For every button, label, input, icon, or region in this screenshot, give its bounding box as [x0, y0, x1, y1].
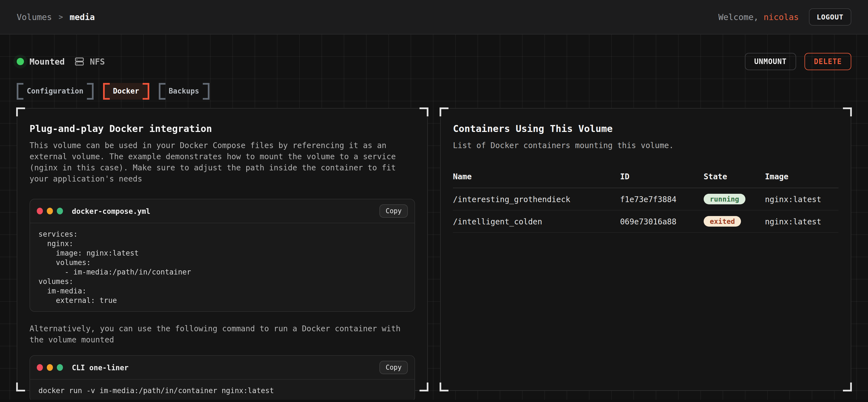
volume-actions: UNMOUNT DELETE: [745, 53, 851, 70]
tab-bar: Configuration Docker Backups: [17, 83, 851, 100]
traffic-lights-icon: [37, 364, 63, 371]
copy-compose-button[interactable]: Copy: [379, 204, 408, 218]
container-name: /interesting_grothendieck: [453, 195, 620, 203]
compose-code: services: nginx: image: nginx:latest vol…: [30, 223, 414, 311]
tab-backups[interactable]: Backups: [158, 83, 209, 100]
welcome-prefix: Welcome,: [718, 12, 759, 22]
breadcrumb-current: media: [70, 12, 95, 22]
container-id: f1e73e7f3884: [620, 195, 704, 203]
app-root: Volumes > media Welcome, nicolas LOGOUT …: [0, 0, 868, 402]
tab-configuration[interactable]: Configuration: [17, 83, 94, 100]
cli-code-block: CLI one-liner Copy docker run -v im-medi…: [30, 355, 415, 402]
main-area: Mounted NFS UNMOUNT DELETE Configuration: [0, 35, 868, 402]
server-icon: [75, 57, 84, 66]
breadcrumb-volumes-link[interactable]: Volumes: [17, 12, 52, 22]
compose-code-block: docker-compose.yml Copy services: nginx:…: [30, 199, 415, 312]
table-row: /interesting_grothendieck f1e73e7f3884 r…: [453, 188, 838, 210]
logout-button[interactable]: LOGOUT: [809, 8, 851, 26]
container-image: nginx:latest: [765, 217, 838, 226]
top-bar: Volumes > media Welcome, nicolas LOGOUT: [0, 0, 868, 35]
table-row: /intelligent_colden 069e73016a88 exited …: [453, 210, 838, 233]
breadcrumb-separator-icon: >: [59, 13, 63, 21]
traffic-green-icon: [57, 364, 63, 371]
mounted-status-label: Mounted: [30, 57, 65, 67]
traffic-yellow-icon: [47, 208, 53, 214]
containers-panel-description: List of Docker containers mounting this …: [453, 140, 838, 151]
breadcrumb: Volumes > media: [17, 12, 95, 22]
panel-corner-bracket: [16, 107, 25, 116]
mounted-status-dot-icon: [17, 58, 24, 65]
panel-corner-bracket: [440, 107, 448, 116]
panel-corner-bracket: [440, 382, 448, 392]
status-badge: running: [704, 194, 745, 204]
containers-panel-title: Containers Using This Volume: [453, 123, 838, 134]
panel-corner-bracket: [420, 107, 428, 116]
container-image: nginx:latest: [765, 195, 838, 203]
panel-corner-bracket: [16, 382, 25, 392]
table-body: /interesting_grothendieck f1e73e7f3884 r…: [453, 188, 838, 233]
panel-corner-bracket: [843, 382, 852, 392]
panel-corner-bracket: [420, 382, 428, 392]
container-state-cell: exited: [704, 216, 765, 227]
panel-corner-bracket: [843, 107, 852, 116]
traffic-yellow-icon: [47, 364, 53, 371]
traffic-green-icon: [57, 208, 63, 214]
column-header-id: ID: [620, 172, 704, 181]
container-id: 069e73016a88: [620, 217, 704, 226]
traffic-red-icon: [37, 364, 43, 371]
welcome-text: Welcome, nicolas: [718, 12, 799, 22]
toolbar-row: Mounted NFS UNMOUNT DELETE: [17, 35, 851, 70]
docker-integration-panel: Plug-and-play Docker integration This vo…: [17, 108, 428, 391]
column-header-state: State: [704, 172, 765, 181]
containers-panel: Containers Using This Volume List of Doc…: [440, 108, 851, 391]
top-bar-right: Welcome, nicolas LOGOUT: [718, 8, 851, 26]
cli-code-header: CLI one-liner Copy: [30, 356, 414, 380]
table-header-row: Name ID State Image: [453, 169, 838, 188]
compose-filename: docker-compose.yml: [72, 207, 150, 215]
username: nicolas: [764, 12, 799, 22]
unmount-button[interactable]: UNMOUNT: [745, 53, 796, 70]
containers-table: Name ID State Image /interesting_grothen…: [453, 169, 838, 233]
column-header-name: Name: [453, 172, 620, 181]
driver-label: NFS: [90, 57, 105, 67]
docker-panel-title: Plug-and-play Docker integration: [30, 123, 415, 134]
tab-docker[interactable]: Docker: [103, 83, 149, 100]
container-state-cell: running: [704, 194, 765, 204]
bottom-section-edge: [0, 400, 868, 402]
traffic-lights-icon: [37, 208, 63, 214]
cli-code: docker run -v im-media:/path/in/containe…: [30, 380, 414, 401]
container-name: /intelligent_colden: [453, 217, 620, 226]
status-badge: exited: [704, 216, 741, 227]
delete-button[interactable]: DELETE: [805, 53, 851, 70]
column-header-image: Image: [765, 172, 838, 181]
cli-title: CLI one-liner: [72, 363, 129, 372]
copy-cli-button[interactable]: Copy: [379, 361, 408, 374]
docker-panel-description: This volume can be used in your Docker C…: [30, 140, 415, 184]
traffic-red-icon: [37, 208, 43, 214]
cli-intro-text: Alternatively, you can use the following…: [30, 323, 415, 345]
panels-row: Plug-and-play Docker integration This vo…: [17, 108, 851, 391]
compose-code-header: docker-compose.yml Copy: [30, 199, 414, 223]
volume-status-group: Mounted NFS: [17, 57, 105, 67]
